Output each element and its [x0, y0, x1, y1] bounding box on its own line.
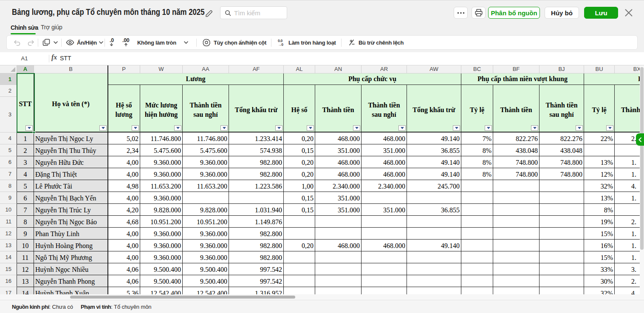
svg-text:→0: →0	[278, 42, 283, 46]
